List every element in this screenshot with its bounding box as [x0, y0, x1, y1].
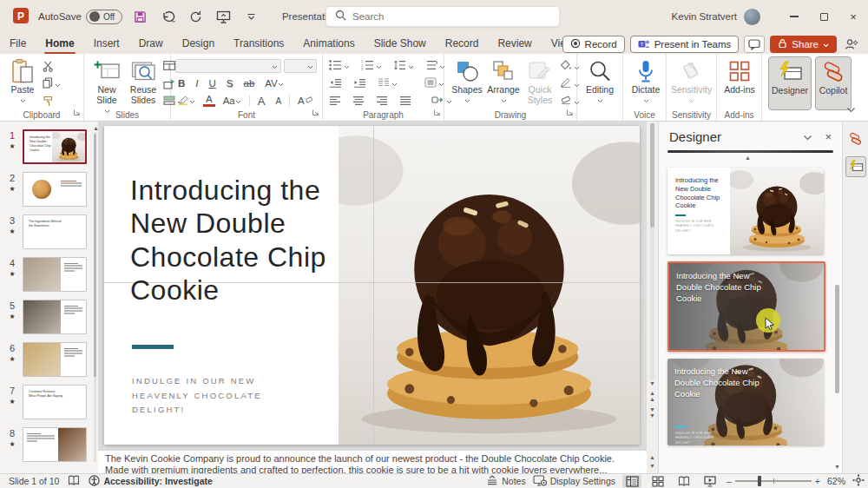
tab-animations[interactable]: Animations [293, 33, 364, 54]
increase-indent-button[interactable] [352, 76, 368, 91]
designer-side-tab[interactable] [845, 156, 866, 177]
accessibility-status[interactable]: Accessibility: Investigate [89, 475, 212, 488]
collapse-ribbon-icon[interactable] [846, 103, 856, 115]
cookie-photo[interactable] [339, 126, 640, 445]
shapes-button[interactable]: Shapes [449, 56, 485, 107]
tab-record[interactable]: Record [436, 33, 489, 54]
slide-thumbnail-8[interactable]: 8★ [5, 427, 98, 462]
paragraph-dialog-launcher[interactable] [433, 107, 441, 119]
close-button[interactable]: × [838, 0, 868, 33]
grow-font-button[interactable]: A [255, 95, 268, 108]
cut-button[interactable] [41, 59, 62, 74]
copilot-side-tab[interactable] [845, 129, 866, 149]
display-settings-button[interactable]: Display Settings [533, 475, 615, 488]
slide-canvas[interactable]: Introducing the New Double Chocolate Chi… [104, 126, 640, 445]
autosave-control[interactable]: AutoSave Off [38, 10, 122, 24]
slide-sorter-view-button[interactable] [648, 475, 667, 488]
slide-thumbnail-preview[interactable]: Introducing the New Double Chocolate Chi… [23, 129, 87, 164]
design-suggestion-2-selected[interactable]: Introducing the New Double Chocolate Chi… [667, 261, 825, 352]
customize-quick-access-toolbar-icon[interactable] [242, 7, 261, 26]
strikethrough-button[interactable]: ab [241, 78, 258, 89]
slide-thumbnail-preview[interactable] [23, 172, 87, 207]
designer-scrollbar[interactable] [835, 163, 839, 450]
slide-thumbnail-5[interactable]: 5★ [5, 300, 98, 334]
maximize-button[interactable] [809, 0, 838, 33]
reuse-slides-button[interactable]: Reuse Slides [125, 56, 161, 107]
slide-thumbnail-preview[interactable] [23, 257, 87, 292]
record-button[interactable]: Record [562, 36, 625, 53]
normal-view-button[interactable] [622, 475, 641, 488]
thumbnail-scrollbar[interactable]: ▲ [93, 125, 97, 469]
underline-button[interactable]: U [207, 78, 219, 89]
bullets-button[interactable] [327, 59, 352, 74]
previous-slide-button[interactable]: ▲▲ [649, 390, 655, 402]
design-suggestion-3[interactable]: Introducing the New Double Chocolate Chi… [667, 359, 824, 445]
align-right-button[interactable] [374, 94, 390, 109]
align-left-button[interactable] [327, 94, 343, 109]
font-color-button[interactable]: A [203, 95, 215, 108]
slide-subtitle-text[interactable]: INDULGE IN OUR NEW HEAVENLY CHOCOLATE DE… [132, 374, 306, 418]
slide-title-text[interactable]: Introducing the New Double Chocolate Chi… [130, 174, 343, 307]
editing-button[interactable]: Editing [582, 56, 618, 107]
notes-scroll-down-icon[interactable]: ▼ [649, 463, 655, 469]
notes-scroll-up-icon[interactable]: ▲ [649, 454, 655, 460]
change-case-button[interactable]: Aa [220, 96, 244, 106]
scroll-up-icon[interactable]: ▲ [93, 125, 97, 131]
tab-insert[interactable]: Insert [84, 33, 129, 54]
copy-button[interactable] [41, 76, 62, 91]
fit-to-window-icon[interactable] [852, 474, 865, 488]
autosave-toggle[interactable]: Off [86, 10, 122, 24]
slide-thumbnail-1[interactable]: 1★Introducing the New Double Chocolate C… [5, 129, 98, 164]
zoom-level[interactable]: 62% [827, 476, 845, 486]
search-box[interactable] [326, 6, 560, 27]
follow-person-button[interactable] [842, 35, 861, 54]
zoom-slider-handle[interactable] [758, 476, 761, 486]
clipboard-dialog-launcher[interactable] [73, 107, 81, 119]
designer-scroll-down-icon[interactable]: ▼ [834, 464, 840, 470]
drawing-dialog-launcher[interactable] [566, 107, 574, 119]
language-book-icon[interactable] [68, 475, 80, 487]
font-name-combo[interactable] [175, 59, 281, 73]
tab-draw[interactable]: Draw [129, 33, 173, 54]
designer-panel-close-icon[interactable]: × [825, 130, 832, 143]
notes-toggle-button[interactable]: Notes [486, 475, 525, 487]
addins-button[interactable]: Add-ins [721, 56, 758, 96]
justify-button[interactable] [398, 94, 413, 109]
zoom-slider[interactable]: – + [727, 476, 820, 486]
slide-thumbnail-preview[interactable] [23, 342, 87, 377]
zoom-in-icon[interactable]: + [815, 476, 820, 486]
undo-button[interactable] [159, 7, 178, 26]
slide-thumbnail-7[interactable]: 7★Customer Reviews: What People Are Sayi… [5, 385, 98, 419]
dictate-button[interactable]: Dictate [628, 56, 664, 107]
font-size-combo[interactable] [284, 59, 317, 73]
slide-thumbnail-preview[interactable] [23, 427, 87, 462]
scroll-down-icon[interactable]: ▼ [649, 380, 655, 386]
columns-button[interactable] [376, 76, 399, 91]
align-center-button[interactable] [351, 94, 366, 109]
tab-review[interactable]: Review [488, 33, 541, 54]
zoom-out-icon[interactable]: – [727, 476, 732, 486]
search-input[interactable] [352, 11, 526, 22]
designer-scroll-up-icon[interactable]: ▲ [659, 155, 837, 161]
tab-home[interactable]: Home [36, 33, 83, 54]
slide-thumbnail-preview[interactable] [23, 300, 87, 334]
copilot-button[interactable]: Copilot [815, 56, 852, 110]
slideshow-view-button[interactable] [700, 475, 720, 488]
shrink-font-button[interactable]: A [273, 96, 284, 106]
share-button[interactable]: Share [770, 36, 837, 53]
notes-text[interactable]: The Kevin Cookie Company is proud to ann… [105, 453, 640, 473]
notes-pane[interactable]: The Kevin Cookie Company is proud to ann… [98, 450, 647, 473]
tab-slide-show[interactable]: Slide Show [365, 33, 436, 54]
slide-thumbnail-preview[interactable]: Customer Reviews: What People Are Saying [23, 385, 87, 419]
editor-scrollbar[interactable]: ▼ ▲▲ ▼▼ [647, 122, 658, 450]
arrange-button[interactable]: Arrange [485, 56, 522, 107]
quick-styles-button[interactable]: Quick Styles [522, 56, 558, 107]
start-presentation-button[interactable] [214, 7, 233, 26]
save-button[interactable] [131, 7, 150, 26]
decrease-indent-button[interactable] [327, 76, 344, 91]
align-text-button[interactable] [423, 76, 446, 91]
text-direction-button[interactable] [424, 59, 447, 74]
sensitivity-button[interactable]: Sensitivity [671, 56, 712, 107]
next-slide-button[interactable]: ▼▼ [649, 406, 655, 419]
character-spacing-button[interactable]: AV [262, 78, 286, 89]
